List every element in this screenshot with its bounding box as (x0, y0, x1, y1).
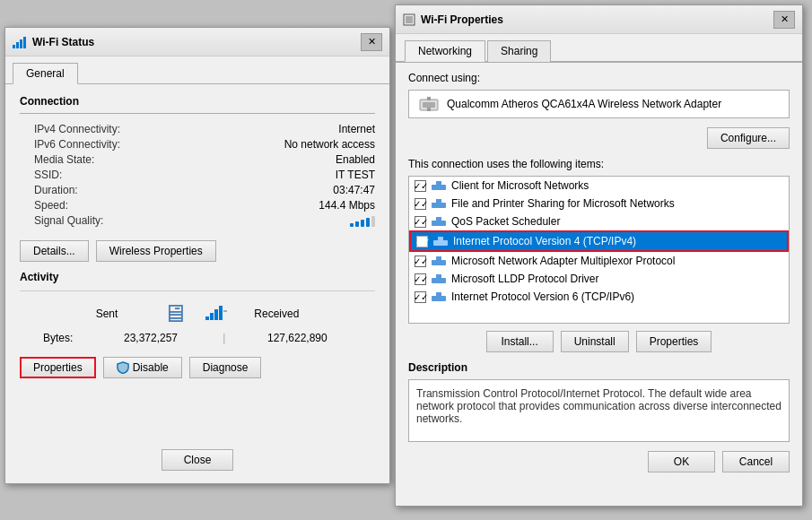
list-item-file-printer[interactable]: ✓ File and Printer Sharing for Microsoft… (409, 195, 789, 212)
list-item-ipv6[interactable]: ✓ Internet Protocol Version 6 (TCP/IPv6) (409, 288, 789, 306)
wifi-status-title-bar: Wi-Fi Status ✕ (5, 28, 389, 56)
duration-value: 03:47:47 (153, 184, 375, 196)
ipv6-value: No network access (153, 138, 375, 151)
activity-divider (20, 290, 375, 291)
wifi-status-tab-bar: General (5, 56, 389, 84)
bytes-label: Bytes: (29, 332, 73, 344)
network-item-icon-3 (432, 215, 446, 228)
received-bytes: 127,622,890 (229, 332, 366, 344)
speed-value: 144.4 Mbps (153, 199, 375, 212)
signal-strength-indicator (350, 214, 375, 227)
tab-networking[interactable]: Networking (405, 40, 485, 62)
signal-icon (205, 304, 227, 323)
details-wireless-buttons: Details... Wireless Properties (20, 240, 375, 262)
svg-rect-5 (210, 313, 214, 320)
network-item-icon-2 (432, 197, 446, 210)
signal-bar-2 (355, 221, 359, 227)
svg-rect-17 (432, 203, 446, 208)
diagnose-button[interactable]: Diagnose (189, 357, 262, 378)
tab-sharing[interactable]: Sharing (487, 40, 551, 62)
svg-rect-13 (427, 97, 431, 100)
svg-rect-0 (13, 45, 15, 48)
uninstall-button[interactable]: Uninstall (561, 331, 629, 352)
properties-button[interactable]: Properties (20, 357, 96, 378)
media-label: Media State: (20, 153, 145, 166)
checkbox-ipv4[interactable]: ✓ (416, 236, 428, 247)
svg-rect-4 (205, 316, 209, 320)
svg-rect-21 (433, 240, 448, 246)
wifi-props-title: Wi-Fi Properties (421, 13, 503, 26)
description-text: Transmission Control Protocol/Internet P… (408, 379, 790, 442)
activity-label: Activity (20, 271, 375, 283)
items-list-wrapper: ✓ Client for Microsoft Networks ✓ File a… (408, 176, 790, 324)
svg-rect-6 (214, 309, 218, 320)
adapter-name: Qualcomm Atheros QCA61x4A Wireless Netwo… (447, 98, 780, 110)
checkbox-file-printer[interactable]: ✓ (415, 198, 426, 210)
list-item-label-5: Microsoft Network Adapter Multiplexor Pr… (451, 255, 675, 267)
install-button[interactable]: Install... (486, 331, 554, 352)
list-item-label-7: Internet Protocol Version 6 (TCP/IPv6) (451, 290, 634, 303)
connect-using-label: Connect using: (408, 72, 790, 84)
close-button[interactable]: Close (162, 449, 233, 471)
connection-divider (20, 113, 375, 114)
wireless-properties-button[interactable]: Wireless Properties (96, 240, 216, 262)
svg-rect-19 (432, 221, 446, 226)
list-item-label-4: Internet Protocol Version 4 (TCP/IPv4) (453, 235, 636, 247)
sent-label: Sent (96, 308, 118, 320)
checkbox-client-networks[interactable]: ✓ (415, 180, 426, 192)
checkbox-ipv6[interactable]: ✓ (415, 291, 426, 303)
list-item-multiplexor[interactable]: ✓ Microsoft Network Adapter Multiplexor … (409, 252, 789, 270)
signal-quality-bars (153, 214, 375, 230)
list-item-client-networks[interactable]: ✓ Client for Microsoft Networks (409, 177, 789, 195)
ipv4-value: Internet (153, 123, 375, 135)
configure-row: Configure... (408, 127, 790, 149)
properties-btn-wifi[interactable]: Properties (636, 331, 712, 352)
wifi-props-content: Connect using: Qualcomm Atheros QCA61x4A… (396, 63, 802, 481)
disable-button[interactable]: Disable (103, 357, 182, 378)
tab-general[interactable]: General (13, 63, 78, 84)
list-item-ipv4[interactable]: ✓ Internet Protocol Version 4 (TCP/IPv4) (409, 230, 789, 252)
svg-rect-2 (20, 39, 22, 48)
list-item-qos[interactable]: ✓ QoS Packet Scheduler (409, 212, 789, 230)
network-item-icon-1 (432, 179, 446, 192)
svg-rect-28 (436, 292, 441, 296)
svg-rect-14 (427, 108, 431, 111)
items-label: This connection uses the following items… (408, 158, 790, 170)
list-item-label-3: QoS Packet Scheduler (451, 215, 560, 228)
svg-rect-16 (436, 181, 441, 185)
sent-bytes: 23,372,257 (82, 332, 219, 344)
wifi-props-tab-bar: Networking Sharing (396, 34, 802, 63)
wifi-properties-window: Wi-Fi Properties ✕ Networking Sharing Co… (395, 4, 803, 507)
signal-bar-3 (361, 220, 364, 227)
list-item-lldp[interactable]: ✓ Microsoft LLDP Protocol Driver (409, 270, 789, 288)
wifi-props-close-btn[interactable]: ✕ (773, 11, 795, 29)
checkbox-lldp[interactable]: ✓ (415, 273, 426, 285)
ipv6-label: IPv6 Connectivity: (20, 138, 145, 151)
shield-disable-icon (117, 361, 129, 374)
wifi-props-icon (403, 13, 415, 26)
network-item-icon-5 (432, 255, 446, 267)
checkbox-multiplexor[interactable]: ✓ (415, 256, 426, 267)
ssid-label: SSID: (20, 169, 145, 181)
activity-computer-icon: 🖥 (162, 299, 188, 328)
wifi-status-window: Wi-Fi Status ✕ General Connection IPv4 C… (4, 27, 390, 484)
wifi-status-close-btn[interactable]: ✕ (361, 33, 382, 51)
description-label: Description (408, 361, 790, 374)
list-item-label-2: File and Printer Sharing for Microsoft N… (451, 197, 675, 210)
svg-rect-26 (436, 274, 441, 278)
svg-rect-18 (436, 199, 441, 203)
ok-button[interactable]: OK (648, 451, 715, 472)
svg-rect-3 (23, 37, 26, 48)
checkbox-qos[interactable]: ✓ (415, 216, 426, 228)
connection-info-grid: IPv4 Connectivity: Internet IPv6 Connect… (20, 123, 375, 230)
activity-section: Activity Sent 🖥 Received (20, 271, 375, 344)
configure-button[interactable]: Configure... (707, 127, 790, 149)
cancel-button[interactable]: Cancel (722, 451, 790, 472)
duration-label: Duration: (20, 184, 145, 196)
svg-rect-22 (438, 237, 443, 240)
adapter-icon (418, 96, 440, 112)
items-list[interactable]: ✓ Client for Microsoft Networks ✓ File a… (409, 177, 789, 323)
details-button[interactable]: Details... (20, 240, 89, 262)
wifi-title-icon (13, 36, 27, 48)
svg-rect-23 (432, 260, 446, 265)
